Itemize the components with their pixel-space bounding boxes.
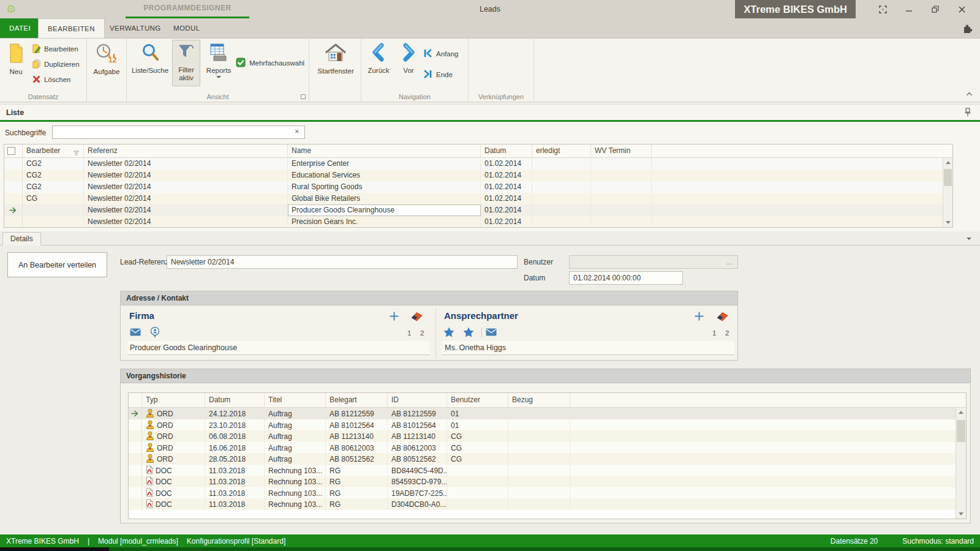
ribbon-collapse-chevron-icon[interactable]	[966, 89, 973, 98]
firma-mail-icon[interactable]	[130, 328, 141, 338]
column-header-typ[interactable]: Typ	[142, 393, 205, 407]
table-row[interactable]: ORD24.12.2018AuftragAB 81212559AB 812125…	[129, 408, 966, 419]
cell-typ: ORD	[142, 453, 205, 465]
tab-bearbeiten[interactable]: BEARBEITEN	[38, 18, 105, 38]
column-header-vh-datum[interactable]: Datum	[205, 393, 265, 407]
startfenster-button[interactable]: Startfenster	[314, 40, 357, 75]
table-row[interactable]: ORD16.06.2018AuftragAB 80612003AB 806120…	[129, 442, 966, 454]
search-clear-icon[interactable]: ×	[295, 127, 300, 136]
tab-datei[interactable]: DATEI	[0, 18, 40, 38]
select-all-checkbox[interactable]	[7, 147, 15, 155]
row-gutter	[129, 453, 142, 465]
leads-table-body: CG2Newsletter 02/2014Enterprise Center01…	[4, 158, 952, 228]
firma-eraser-icon[interactable]	[410, 311, 423, 323]
firma-page-1[interactable]: 1	[407, 329, 411, 337]
bearbeiten-button[interactable]: Bearbeiten	[32, 42, 78, 56]
column-header-wv-termin[interactable]: WV Termin	[591, 144, 652, 157]
cell-datum: 01.02.2014	[481, 216, 532, 228]
table-row[interactable]: ORD28.05.2018AuftragAB 80512562AB 805125…	[129, 453, 966, 465]
cell-referenz: Newsletter 02/2014	[84, 181, 288, 193]
aufgabe-button[interactable]: 12 Aufgabe	[89, 40, 124, 76]
column-header-datum[interactable]: Datum	[481, 144, 532, 157]
loeschen-button[interactable]: Löschen	[32, 73, 70, 86]
ansprechpartner-eraser-icon[interactable]	[715, 311, 729, 323]
distribute-button[interactable]: An Bearbeiter verteilen	[7, 252, 107, 277]
cell-titel: Rechnung 103...	[265, 465, 326, 476]
close-icon[interactable]	[953, 1, 970, 17]
search-input[interactable]	[52, 126, 305, 139]
anfang-button[interactable]: Anfang	[423, 47, 458, 61]
firma-contact-pin-icon[interactable]	[150, 326, 160, 340]
table-row[interactable]: DOC11.03.2018Rechnung 103...RG854593CD-9…	[129, 476, 966, 487]
table-row[interactable]: ORD23.10.2018AuftragAB 81012564AB 810125…	[129, 419, 966, 431]
column-header-id[interactable]: ID	[388, 393, 447, 407]
ansprechpartner-mail-icon[interactable]	[486, 328, 497, 338]
vorgangshistorie-scrollbar[interactable]	[956, 408, 966, 519]
star-primary-icon[interactable]	[443, 327, 454, 339]
cell-bearbeiter: CG2	[23, 158, 84, 170]
cell-filler	[652, 204, 952, 216]
vor-button[interactable]: Vor	[397, 40, 420, 75]
details-options-caret-icon[interactable]	[967, 238, 971, 240]
scroll-up-arrow-icon[interactable]	[946, 161, 951, 164]
delete-x-icon	[32, 75, 41, 85]
ansprechpartner-page-2[interactable]: 2	[725, 329, 729, 337]
reports-button[interactable]: Reports	[203, 40, 235, 78]
star-secondary-icon[interactable]	[463, 327, 474, 339]
cell-referenz: Newsletter 02/2014	[84, 170, 288, 181]
scrollbar-thumb[interactable]	[957, 420, 965, 442]
column-header-name[interactable]: Name	[288, 144, 481, 157]
scrollbar-thumb[interactable]	[944, 169, 952, 186]
ansprechpartner-page-1[interactable]: 1	[712, 329, 716, 337]
table-row[interactable]: CG2Newsletter 02/2014Educational Service…	[4, 170, 952, 181]
leads-table-scrollbar[interactable]	[943, 158, 952, 227]
pin-icon[interactable]	[964, 108, 971, 119]
benutzer-browse-button[interactable]: ...	[726, 256, 733, 268]
firma-page-2[interactable]: 2	[420, 329, 424, 337]
column-header-bezug[interactable]: Bezug	[508, 393, 570, 407]
column-header-bearbeiter[interactable]: Bearbeiter	[23, 144, 84, 157]
mehrfachauswahl-checkbox[interactable]: Mehrfachauswahl	[236, 58, 304, 69]
scroll-down-arrow-icon[interactable]	[946, 221, 951, 224]
ansprechpartner-name[interactable]: Ms. Onetha Higgs	[442, 341, 734, 355]
minimize-icon[interactable]	[900, 1, 918, 17]
restore-icon[interactable]	[927, 1, 944, 17]
tab-verwaltung[interactable]: VERWALTUNG	[100, 18, 170, 38]
table-row[interactable]: DOC11.03.2018Rechnung 103...RGBD8449C5-4…	[129, 465, 966, 476]
neu-button[interactable]: Neu	[2, 40, 29, 76]
column-header-belegart[interactable]: Belegart	[326, 393, 388, 407]
column-header-benutzer[interactable]: Benutzer	[447, 393, 508, 407]
table-row[interactable]: CG2Newsletter 02/2014Rural Sporting Good…	[4, 181, 952, 193]
zurueck-button[interactable]: Zurück	[364, 40, 393, 75]
column-header-titel[interactable]: Titel	[265, 393, 326, 407]
lead-referenz-field[interactable]: Newsletter 02/2014	[167, 255, 518, 269]
duplizieren-button[interactable]: Duplizieren	[32, 58, 80, 71]
table-row[interactable]: Newsletter 02/2014Producer Goods Clearin…	[4, 204, 952, 216]
focus-mode-icon[interactable]	[874, 1, 891, 17]
tab-details[interactable]: Details	[2, 232, 41, 246]
plugin-puzzle-icon[interactable]	[962, 23, 973, 36]
scroll-down-arrow-icon[interactable]	[959, 512, 963, 515]
ribbon-group-datensatz: Neu Bearbeiten Duplizieren	[0, 39, 87, 102]
select-all-cell[interactable]	[4, 144, 23, 157]
ansprechpartner-add-icon[interactable]	[694, 311, 704, 323]
scroll-up-arrow-icon[interactable]	[959, 411, 963, 414]
firma-add-icon[interactable]	[389, 311, 399, 323]
table-row[interactable]: ORD06.08.2018AuftragAB 11213140AB 112131…	[129, 430, 966, 442]
table-row[interactable]: DOC11.03.2018Rechnung 103...RG19ADB7C7-2…	[129, 487, 966, 499]
tab-modul[interactable]: MODUL	[164, 18, 209, 38]
filter-sort-icon[interactable]	[73, 149, 80, 157]
ende-button[interactable]: Ende	[423, 68, 453, 81]
table-row[interactable]: CG2Newsletter 02/2014Enterprise Center01…	[4, 158, 952, 170]
column-header-erledigt[interactable]: erledigt	[532, 144, 591, 157]
table-row[interactable]: CGNewsletter 02/2014Global Bike Retailer…	[4, 193, 952, 204]
search-label: Suchbegriffe	[5, 129, 46, 137]
table-row[interactable]: DOC11.03.2018Rechnung 103...RGD304DCB0-A…	[129, 498, 966, 510]
datum-field[interactable]: 01.02.2014 00:00:00	[569, 271, 683, 285]
firma-name[interactable]: Producer Goods Clearinghouse	[127, 341, 429, 355]
liste-suche-button[interactable]: Liste/Suche	[130, 40, 170, 75]
column-header-referenz[interactable]: Referenz	[84, 144, 288, 157]
benutzer-field[interactable]: ...	[569, 255, 738, 269]
filter-aktiv-button[interactable]: Filter aktiv	[172, 40, 200, 86]
table-row[interactable]: Newsletter 02/2014Precision Gears Inc.01…	[4, 216, 952, 228]
